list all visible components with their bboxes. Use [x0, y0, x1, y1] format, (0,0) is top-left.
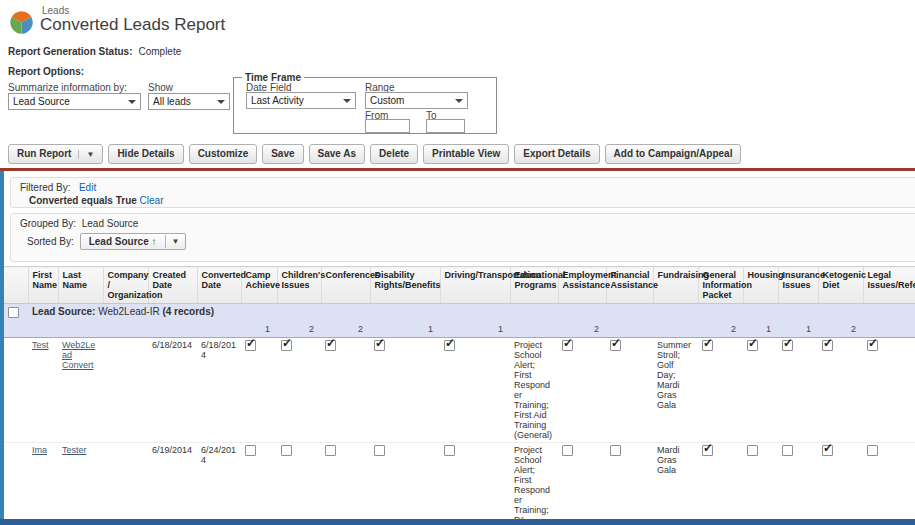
- cell-educational: Project School Alert; First Responder Tr…: [510, 443, 558, 525]
- status-label: Report Generation Status:: [8, 46, 132, 57]
- group-count-company: [103, 322, 148, 338]
- col-header-converted[interactable]: Converted Date: [197, 267, 241, 304]
- toolbar-button-save-as[interactable]: Save As: [309, 144, 366, 164]
- report-options-heading: Report Options:: [8, 66, 84, 77]
- housing-checkbox[interactable]: [747, 445, 758, 456]
- toolbar-button-delete[interactable]: Delete: [370, 144, 418, 164]
- run-report-button[interactable]: Run Report▼: [8, 144, 103, 164]
- children-checkbox[interactable]: [281, 340, 292, 351]
- ketogenic-checkbox[interactable]: [822, 340, 833, 351]
- lead-last-name-link[interactable]: Tester: [62, 445, 87, 455]
- col-header-employment[interactable]: Employment Assistance: [558, 267, 606, 304]
- cell-company: [103, 443, 148, 525]
- col-header-fundraising[interactable]: Fundraising: [653, 267, 698, 304]
- conferences-checkbox[interactable]: [325, 445, 336, 456]
- cell-converted: 6/18/2014: [197, 338, 241, 443]
- driving-checkbox[interactable]: [444, 340, 455, 351]
- employment-checkbox[interactable]: [562, 340, 573, 351]
- group-count-last: [58, 322, 103, 338]
- financial-checkbox[interactable]: [610, 340, 621, 351]
- col-header-gip[interactable]: General Information Packet: [698, 267, 743, 304]
- cell-educational: Project School Alert; First Responder Tr…: [510, 338, 558, 443]
- driving-checkbox[interactable]: [444, 445, 455, 456]
- toolbar-button-save[interactable]: Save: [262, 144, 303, 164]
- cell-created: 6/19/2014: [148, 443, 197, 525]
- group-count-fundraising: [653, 322, 698, 338]
- cell-company: [103, 338, 148, 443]
- page-title: Converted Leads Report: [40, 15, 225, 35]
- col-header-legal[interactable]: Legal Issues/Referral: [863, 267, 915, 304]
- col-header-sel[interactable]: [4, 267, 28, 304]
- col-header-driving[interactable]: Driving/Transportation: [440, 267, 510, 304]
- col-header-financial[interactable]: Financial Assistance: [606, 267, 653, 304]
- col-header-disability[interactable]: Disability Rights/Benefits: [370, 267, 440, 304]
- sort-ascending-icon: ↑: [152, 236, 157, 247]
- group-header: Lead Source: Web2Lead-IR (4 records): [28, 304, 915, 323]
- lead-first-name-link[interactable]: Ima: [32, 445, 47, 455]
- toolbar-button-customize[interactable]: Customize: [189, 144, 258, 164]
- insurance-checkbox[interactable]: [782, 340, 793, 351]
- show-select[interactable]: All leads: [148, 93, 230, 110]
- toolbar-button-hide-details[interactable]: Hide Details: [108, 144, 183, 164]
- financial-checkbox[interactable]: [610, 445, 621, 456]
- report-generation-status: Report Generation Status:Complete: [8, 46, 181, 57]
- gip-checkbox[interactable]: [702, 340, 713, 351]
- cell-created: 6/18/2014: [148, 338, 197, 443]
- disability-checkbox[interactable]: [374, 340, 385, 351]
- housing-checkbox[interactable]: [747, 340, 758, 351]
- disability-checkbox[interactable]: [374, 445, 385, 456]
- grouped-by-value: Lead Source: [82, 218, 139, 229]
- sort-dropdown-arrow-icon[interactable]: ▼: [165, 235, 186, 248]
- col-header-company[interactable]: Company / Organization: [103, 267, 148, 304]
- camp-checkbox[interactable]: [245, 445, 256, 456]
- col-header-first[interactable]: First Name: [28, 267, 58, 304]
- gip-checkbox[interactable]: [702, 445, 713, 456]
- status-value: Complete: [138, 46, 181, 57]
- col-header-educational[interactable]: Educational Programs: [510, 267, 558, 304]
- group-select-checkbox[interactable]: [8, 307, 19, 318]
- col-header-last[interactable]: Last Name: [58, 267, 103, 304]
- group-count-sel: [4, 322, 28, 338]
- grouped-by-label: Grouped By:: [20, 218, 76, 229]
- lead-last-name-link[interactable]: Web2Lead Convert: [62, 340, 95, 370]
- edit-filter-link[interactable]: Edit: [79, 182, 96, 193]
- date-field-select[interactable]: Last Activity: [246, 92, 356, 109]
- from-date-input[interactable]: [365, 119, 410, 133]
- sort-dropdown[interactable]: Lead Source ↑ ▼: [80, 233, 187, 250]
- insurance-checkbox[interactable]: [782, 445, 793, 456]
- range-select[interactable]: Custom: [365, 92, 468, 109]
- camp-checkbox[interactable]: [245, 340, 256, 351]
- col-header-children[interactable]: Children's Issues: [277, 267, 321, 304]
- summarize-label: Summarize information by:: [8, 82, 127, 93]
- col-header-conferences[interactable]: Conferences: [321, 267, 370, 304]
- to-date-input[interactable]: [426, 119, 465, 133]
- table-row: ImaTester6/19/20146/24/2014Project Schoo…: [4, 443, 915, 525]
- row-select-cell: [4, 443, 28, 525]
- legal-checkbox[interactable]: [867, 340, 878, 351]
- col-header-camp[interactable]: Camp Achieve: [241, 267, 277, 304]
- run-report-dropdown-icon[interactable]: ▼: [78, 150, 94, 159]
- col-header-insurance[interactable]: Insurance Issues: [778, 267, 818, 304]
- toolbar: Run Report▼ Hide DetailsCustomizeSaveSav…: [8, 144, 741, 164]
- clear-filter-link[interactable]: Clear: [140, 195, 164, 206]
- section-divider: [0, 168, 915, 171]
- ketogenic-checkbox[interactable]: [822, 445, 833, 456]
- row-select-cell: [4, 338, 28, 443]
- table-row: TestWeb2Lead Convert6/18/20146/18/2014Pr…: [4, 338, 915, 443]
- employment-checkbox[interactable]: [562, 445, 573, 456]
- conferences-checkbox[interactable]: [325, 340, 336, 351]
- toolbar-button-export-details[interactable]: Export Details: [514, 144, 599, 164]
- summarize-select[interactable]: Lead Source: [8, 93, 141, 110]
- show-label: Show: [148, 82, 173, 93]
- legal-checkbox[interactable]: [867, 445, 878, 456]
- toolbar-button-add-to-campaign-appeal[interactable]: Add to Campaign/Appeal: [605, 144, 742, 164]
- col-header-ketogenic[interactable]: Ketogenic Diet: [818, 267, 863, 304]
- cell-converted: 6/24/2014: [197, 443, 241, 525]
- group-select-cell: [4, 304, 28, 323]
- filter-condition: Converted equals True: [29, 195, 137, 206]
- lead-first-name-link[interactable]: Test: [32, 340, 49, 350]
- bottom-section-bar: [0, 519, 915, 525]
- children-checkbox[interactable]: [281, 445, 292, 456]
- report-table: First NameLast NameCompany / Organizatio…: [4, 266, 915, 525]
- toolbar-button-printable-view[interactable]: Printable View: [423, 144, 509, 164]
